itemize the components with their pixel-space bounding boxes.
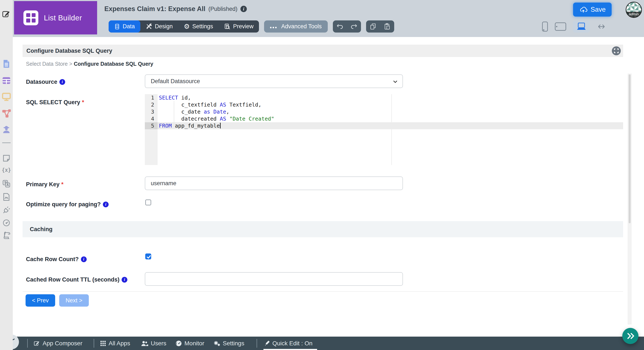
footer-divider-bar: [94, 339, 94, 348]
left-sidebar: {x}: [0, 0, 13, 350]
panel-title: Configure Database SQL Query: [22, 45, 623, 57]
page-title: Expenses Claim v1: Expense All: [104, 5, 205, 13]
caching-title: Caching: [22, 221, 623, 237]
cached-ttl-label: Cached Row Count TTL (seconds)i: [26, 276, 127, 283]
builder-name: List Builder: [44, 14, 82, 22]
copy-paste-group: [366, 20, 394, 32]
tab-preview[interactable]: Preview: [218, 20, 259, 32]
tab-design[interactable]: Design: [140, 20, 178, 32]
primary-key-label: Primary Key*: [26, 181, 64, 188]
redo-button[interactable]: [347, 20, 361, 32]
breadcrumb-parent[interactable]: Select Data Store: [26, 61, 68, 67]
list-builder-logo-icon: [24, 10, 38, 25]
localization-icon[interactable]: [2, 179, 11, 188]
users-icon: [141, 341, 148, 347]
next-button[interactable]: Next >: [59, 294, 89, 307]
sql-editor[interactable]: 12345 SELECT id, c_textfield AS Textfiel…: [145, 94, 623, 165]
footer-divider-bar: [256, 339, 257, 348]
undo-button[interactable]: [333, 20, 347, 32]
undo-redo-group: [333, 20, 361, 32]
tab-settings[interactable]: ⚙ Settings: [178, 20, 218, 32]
breadcrumb-current: Configure Database SQL Query: [74, 61, 153, 67]
footer-users[interactable]: Users: [141, 337, 166, 350]
top-header: List Builder Expenses Claim v1: Expense …: [13, 0, 644, 37]
optimize-checkbox[interactable]: [145, 199, 151, 205]
userview-builder-icon[interactable]: [2, 92, 11, 101]
title-info-icon[interactable]: i: [240, 6, 247, 12]
monitor-gauge-icon: [176, 340, 182, 347]
settings-gears-icon: [214, 340, 220, 347]
app-composer-icon: [34, 340, 40, 347]
datasource-info-icon[interactable]: i: [60, 79, 65, 85]
primary-key-input[interactable]: [145, 176, 403, 190]
phone-preview-icon[interactable]: [542, 21, 548, 32]
panel-header: Configure Database SQL Query: [22, 45, 623, 57]
builder-tabs: Data Design ⚙ Settings Preview: [108, 20, 259, 32]
optimize-info-icon[interactable]: i: [103, 201, 108, 207]
footer-settings[interactable]: Settings: [214, 337, 244, 350]
fullscreen-icon[interactable]: [612, 46, 621, 55]
performance-icon[interactable]: [2, 218, 11, 227]
footer-divider-bar: [27, 339, 28, 348]
prev-button[interactable]: < Prev: [26, 294, 55, 307]
caching-section-header: Caching: [22, 221, 623, 237]
chevron-down-icon: [392, 79, 398, 85]
list-builder-icon[interactable]: [2, 76, 11, 85]
expand-panel-fab[interactable]: [622, 328, 638, 344]
cached-ttl-info-icon[interactable]: i: [122, 277, 127, 283]
bottom-nav-bar: App Composer All Apps Users Monitor Sett…: [0, 337, 644, 350]
required-star: *: [61, 181, 64, 188]
tablet-preview-icon[interactable]: [554, 22, 566, 31]
footer-app-composer[interactable]: App Composer: [34, 337, 82, 350]
tab-data[interactable]: Data: [108, 20, 140, 32]
paste-button[interactable]: [380, 20, 394, 32]
cached-ttl-input[interactable]: [145, 272, 403, 286]
copy-button[interactable]: [366, 20, 380, 32]
redo-icon: [350, 23, 358, 30]
process-builder-icon[interactable]: [2, 108, 11, 118]
variables-icon[interactable]: {x}: [2, 166, 11, 175]
copy-icon: [370, 23, 377, 30]
all-apps-grid-icon: [100, 341, 106, 347]
responsive-preview-icon[interactable]: [596, 23, 606, 30]
breadcrumb: Select Data Store > Configure Database S…: [26, 61, 153, 67]
agent-icon[interactable]: [2, 125, 11, 134]
content-scrollbar[interactable]: [628, 74, 632, 325]
main-content: Configure Database SQL Query Select Data…: [13, 37, 644, 337]
footer-quick-edit[interactable]: Quick Edit : On: [264, 337, 312, 350]
datasource-label: Datasourcei: [26, 79, 65, 85]
preview-icon: [224, 23, 230, 30]
sql-code-area[interactable]: SELECT id, c_textfield AS Textfield, c_d…: [158, 94, 623, 165]
app-root: {x} List Builder Expenses Claim v1: Expe…: [0, 0, 644, 350]
double-chevron-right-icon: [626, 332, 634, 340]
desktop-preview-icon[interactable]: [573, 20, 590, 32]
sql-query-label: SQL SELECT Query*: [26, 99, 84, 106]
cache-row-count-checkbox[interactable]: [145, 253, 151, 259]
notes-icon[interactable]: [2, 154, 11, 163]
sidebar-divider: [2, 143, 11, 143]
cloud-upload-icon: [579, 6, 588, 13]
resources-icon[interactable]: [2, 192, 11, 201]
datasource-select[interactable]: Default Datasource: [145, 74, 403, 88]
compose-icon[interactable]: [2, 9, 11, 19]
settings-gear-icon: ⚙: [184, 23, 190, 30]
save-button[interactable]: Save: [573, 2, 612, 16]
published-status: (Published): [208, 6, 238, 12]
builder-logo: List Builder: [14, 1, 97, 34]
required-star: *: [82, 99, 84, 106]
footer-all-apps[interactable]: All Apps: [100, 337, 130, 350]
paste-icon: [384, 23, 391, 30]
user-avatar[interactable]: admin: [626, 2, 642, 18]
plugins-icon[interactable]: [2, 205, 11, 215]
cache-row-count-label: Cache Row Count?i: [26, 256, 87, 263]
form-builder-icon[interactable]: [2, 59, 11, 68]
advanced-tools-button[interactable]: Advanced Tools: [264, 20, 328, 32]
optimize-paging-label: Optimize query for paging?i: [26, 201, 108, 208]
scrollbar-thumb[interactable]: [629, 74, 630, 223]
cache-row-info-icon[interactable]: i: [81, 256, 87, 262]
logs-icon[interactable]: [2, 231, 11, 240]
data-table-icon: [114, 24, 120, 29]
design-icon: [146, 23, 152, 30]
builder-toolbar: Data Design ⚙ Settings Preview Advanced …: [108, 20, 394, 32]
footer-monitor[interactable]: Monitor: [176, 337, 204, 350]
